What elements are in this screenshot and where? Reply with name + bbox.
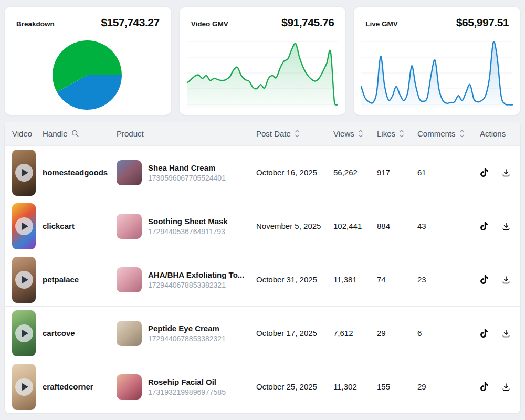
download-icon[interactable] <box>501 329 511 338</box>
views: 11,381 <box>333 275 377 284</box>
table-row: clickcart Soothing Sheet Mask 1729440536… <box>5 199 520 253</box>
product-image <box>117 214 142 239</box>
col-likes[interactable]: Likes <box>377 129 417 138</box>
video-thumbnail[interactable] <box>12 310 36 356</box>
video-thumbnail[interactable] <box>12 203 36 249</box>
product-image <box>117 160 142 185</box>
col-comments-label: Comments <box>417 129 456 138</box>
sort-icon[interactable] <box>295 129 300 138</box>
likes: 155 <box>377 382 417 391</box>
tiktok-icon[interactable] <box>480 275 489 285</box>
table-row: petpalace AHA/BHA Exfoliating To... 1729… <box>5 253 520 306</box>
play-icon <box>15 378 33 396</box>
comments: 23 <box>417 275 480 284</box>
product-id: 1729440678853382321 <box>148 334 226 343</box>
handle: homesteadgoods <box>43 168 117 177</box>
col-handle-label: Handle <box>43 129 68 138</box>
tiktok-icon[interactable] <box>480 167 489 177</box>
comments: 6 <box>417 329 480 338</box>
likes: 74 <box>377 275 417 284</box>
sort-icon[interactable] <box>459 129 465 138</box>
tiktok-icon[interactable] <box>480 221 489 231</box>
post-date: November 5, 2025 <box>256 222 333 230</box>
col-likes-label: Likes <box>377 129 395 138</box>
col-video-label: Video <box>12 129 32 138</box>
play-icon <box>15 164 33 182</box>
tiktok-icon[interactable] <box>480 328 489 338</box>
videos-table: Video Handle Product Post Date Views Lik… <box>4 122 521 414</box>
col-handle: Handle <box>43 129 117 138</box>
breakdown-pie-chart <box>12 34 164 114</box>
product-name: Rosehip Facial Oil <box>148 377 226 386</box>
download-icon[interactable] <box>501 382 511 392</box>
breakdown-card: Breakdown $157,743.27 <box>4 6 172 116</box>
card-value: $157,743.27 <box>101 16 159 29</box>
col-actions: Actions <box>480 129 520 138</box>
views: 56,262 <box>333 168 377 177</box>
post-date: October 16, 2025 <box>256 168 333 177</box>
play-icon <box>15 324 33 342</box>
product-image <box>117 321 142 346</box>
post-date: October 17, 2025 <box>256 329 333 338</box>
product-id: 1731932199896977585 <box>148 388 226 396</box>
handle: craftedcorner <box>43 382 117 391</box>
product-name: Peptide Eye Cream <box>148 324 226 333</box>
col-post-date-label: Post Date <box>256 129 291 138</box>
play-icon <box>15 217 33 235</box>
video-gmv-area-chart <box>187 34 339 108</box>
col-views[interactable]: Views <box>333 129 377 138</box>
post-date: October 25, 2025 <box>256 382 333 391</box>
likes: 884 <box>377 222 417 230</box>
sort-icon[interactable] <box>399 129 404 138</box>
handle: cartcove <box>43 329 117 338</box>
table-row: craftedcorner Rosehip Facial Oil 1731932… <box>5 360 520 413</box>
handle: clickcart <box>43 222 117 230</box>
col-video: Video <box>12 129 43 138</box>
likes: 917 <box>377 168 417 177</box>
views: 102,441 <box>333 222 377 230</box>
video-thumbnail[interactable] <box>12 257 36 303</box>
download-icon[interactable] <box>501 222 511 231</box>
card-title: Video GMV <box>191 20 228 28</box>
col-comments[interactable]: Comments <box>417 129 480 138</box>
card-value: $65,997.51 <box>456 16 509 29</box>
handle: petpalace <box>43 275 117 284</box>
sort-icon[interactable] <box>358 129 363 138</box>
product-id: 1730596067705524401 <box>148 174 226 182</box>
col-views-label: Views <box>333 129 354 138</box>
product-name: Soothing Sheet Mask <box>148 217 228 226</box>
product-id: 1729440678853382321 <box>148 281 244 289</box>
comments: 43 <box>417 222 480 230</box>
comments: 29 <box>417 382 480 391</box>
table-row: cartcove Peptide Eye Cream 1729440678853… <box>5 306 520 360</box>
post-date: October 31, 2025 <box>256 275 333 284</box>
table-header: Video Handle Product Post Date Views Lik… <box>5 122 520 145</box>
card-title: Live GMV <box>365 20 398 28</box>
video-gmv-card: Video GMV $91,745.76 <box>179 6 346 116</box>
card-value: $91,745.76 <box>281 16 334 29</box>
download-icon[interactable] <box>501 168 511 177</box>
views: 11,302 <box>333 382 377 391</box>
col-post-date[interactable]: Post Date <box>256 129 333 138</box>
likes: 29 <box>377 329 417 338</box>
live-gmv-area-chart <box>361 34 513 108</box>
views: 7,612 <box>333 329 377 338</box>
col-product-label: Product <box>117 129 144 138</box>
product-id: 1729440536764911793 <box>148 227 228 236</box>
card-title: Breakdown <box>16 20 55 28</box>
video-thumbnail[interactable] <box>12 364 36 410</box>
download-icon[interactable] <box>501 275 511 285</box>
product-name: Shea Hand Cream <box>148 163 226 172</box>
live-gmv-card: Live GMV $65,997.51 <box>353 6 521 116</box>
tiktok-icon[interactable] <box>480 382 489 392</box>
comments: 61 <box>417 168 480 177</box>
play-icon <box>15 271 33 289</box>
table-row: homesteadgoods Shea Hand Cream 173059606… <box>5 145 520 199</box>
col-actions-label: Actions <box>480 129 506 138</box>
stat-cards: Breakdown $157,743.27 Video GMV $91,745.… <box>0 0 525 116</box>
product-image <box>117 374 142 400</box>
video-thumbnail[interactable] <box>12 150 36 196</box>
product-image <box>117 267 142 292</box>
product-name: AHA/BHA Exfoliating To... <box>148 270 244 279</box>
search-icon[interactable] <box>71 130 79 138</box>
